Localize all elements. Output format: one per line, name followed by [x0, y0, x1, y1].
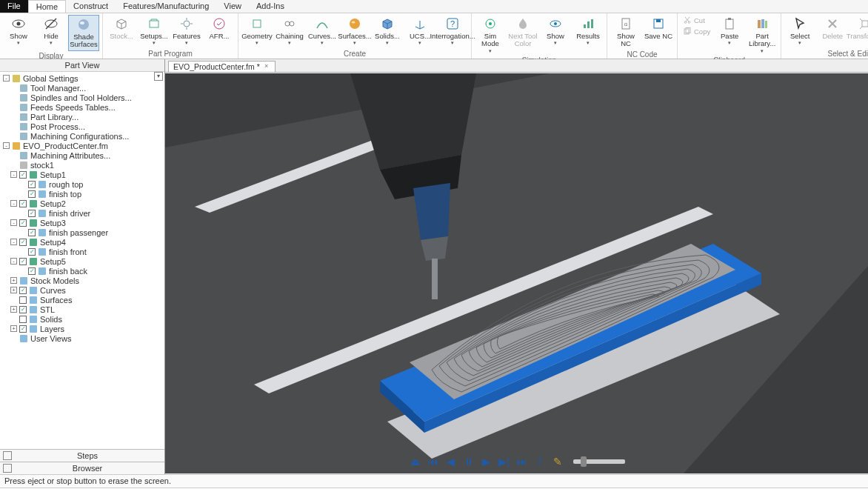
- tree-node-setup5[interactable]: -✓Setup5: [3, 256, 163, 266]
- tree-node-curve[interactable]: +✓Curves: [3, 285, 163, 295]
- checkbox[interactable]: ✓: [19, 325, 27, 333]
- checkbox[interactable]: ✓: [19, 306, 27, 313]
- menu-tab-home[interactable]: Home: [28, 0, 66, 13]
- tree-node-mc[interactable]: Machining Configurations...: [3, 131, 163, 141]
- steps-panel-header[interactable]: Steps: [0, 449, 164, 462]
- show-sim-button[interactable]: Show▾: [540, 15, 571, 47]
- menu-tab-features[interactable]: Features/Manufacturing: [116, 0, 216, 13]
- expand-icon[interactable]: -: [10, 200, 17, 207]
- tree-node-op[interactable]: ✓finish back: [3, 266, 163, 276]
- features-button[interactable]: Features▾: [171, 15, 202, 47]
- tree-node-setup2[interactable]: -✓Setup2: [3, 199, 163, 208]
- tree-node-setup1[interactable]: -✓Setup1: [3, 170, 163, 179]
- checkbox[interactable]: ✓: [28, 248, 36, 256]
- expand-icon[interactable]: +: [10, 306, 17, 313]
- tree-node-document[interactable]: -EVO_ProductCenter.fm: [3, 141, 163, 150]
- tree-node-solid[interactable]: Solids: [3, 314, 163, 324]
- afr-button[interactable]: AFR...: [204, 15, 235, 41]
- checkbox[interactable]: ✓: [28, 210, 36, 217]
- slider-thumb[interactable]: [581, 456, 587, 467]
- show-button[interactable]: Show▾: [3, 15, 34, 47]
- speed-slider[interactable]: [573, 459, 625, 464]
- browser-panel-header[interactable]: Browser: [0, 462, 164, 474]
- tree-node-op[interactable]: ✓finish driver: [3, 208, 163, 218]
- tree-node-setup3[interactable]: -✓Setup3: [3, 218, 163, 227]
- results-button[interactable]: Results▾: [572, 15, 604, 47]
- pin-icon[interactable]: ▾: [154, 72, 163, 81]
- expand-icon[interactable]: -: [10, 219, 17, 226]
- tree-node-stl[interactable]: +✓STL: [3, 305, 163, 314]
- tree-node-op[interactable]: ✓finish passenger: [3, 227, 163, 237]
- skip-next-button[interactable]: ⏭: [515, 455, 529, 468]
- expand-icon[interactable]: +: [10, 277, 17, 284]
- document-tab[interactable]: EVO_ProductCenter.fm * ×: [168, 61, 276, 72]
- select-button[interactable]: Select▾: [784, 15, 815, 47]
- checkbox[interactable]: ✓: [19, 219, 27, 227]
- expand-icon[interactable]: -: [10, 239, 17, 245]
- expand-icon[interactable]: -: [10, 171, 17, 178]
- step-prev-button[interactable]: ◀: [444, 455, 458, 468]
- tree-node-view[interactable]: User Views: [3, 333, 163, 343]
- skip-prev-button[interactable]: ⏮: [427, 455, 440, 468]
- viewport-3d[interactable]: TOOLBOX: [165, 73, 868, 474]
- tree-node-stock[interactable]: stock1: [3, 160, 163, 170]
- pause-button[interactable]: ⏸: [462, 455, 475, 468]
- checkbox[interactable]: ✓: [19, 239, 27, 246]
- tree-node-tool[interactable]: Tool Manager...: [3, 83, 163, 93]
- tree-node-op[interactable]: ✓finish front: [3, 247, 163, 256]
- eject-button[interactable]: ⏏: [409, 455, 422, 468]
- paste-button[interactable]: Paste▾: [714, 15, 745, 47]
- sim-mode-button[interactable]: Sim Mode▾: [475, 15, 506, 56]
- expand-icon[interactable]: +: [10, 287, 17, 293]
- speed-button[interactable]: ⤴: [533, 455, 547, 468]
- expand-icon[interactable]: -: [3, 75, 10, 82]
- expand-icon[interactable]: -: [3, 142, 10, 149]
- checkbox[interactable]: ✓: [19, 171, 27, 179]
- menu-tab-view[interactable]: View: [216, 0, 249, 13]
- menu-file[interactable]: File: [0, 0, 28, 13]
- tree-node-table[interactable]: Feeds Speeds Tables...: [3, 102, 163, 112]
- checkbox[interactable]: [19, 316, 27, 323]
- tree-node-spindle[interactable]: Spindles and Tool Holders...: [3, 93, 163, 102]
- checkbox[interactable]: ✓: [28, 229, 36, 236]
- checkbox[interactable]: ✓: [28, 267, 36, 275]
- checkbox[interactable]: ✓: [28, 190, 36, 198]
- tree-node-setup4[interactable]: -✓Setup4: [3, 237, 163, 247]
- interrogation-button[interactable]: ?Interrogation...▾: [437, 15, 468, 47]
- step-next-button[interactable]: ▶|: [498, 455, 511, 468]
- tree-node-lib[interactable]: Part Library...: [3, 112, 163, 122]
- chaining-button[interactable]: Chaining▾: [274, 15, 305, 47]
- setups-button[interactable]: Setups...▾: [138, 15, 170, 47]
- solids-button[interactable]: Solids...▾: [372, 15, 403, 47]
- play-button[interactable]: ▶: [480, 455, 493, 468]
- part-library-button[interactable]: Part Library...▾: [747, 15, 778, 56]
- tree-node-stockm[interactable]: +Stock Models: [3, 276, 163, 285]
- hide-button[interactable]: Hide▾: [36, 15, 67, 47]
- checkbox[interactable]: ✓: [19, 287, 27, 294]
- tree-node-global-settings[interactable]: -Global Settings: [3, 73, 163, 83]
- tree-node-op[interactable]: ✓finish top: [3, 189, 163, 199]
- tree-node-surf[interactable]: Surfaces: [3, 295, 163, 305]
- checkbox[interactable]: ✓: [28, 181, 36, 188]
- tree-node-machattr[interactable]: Machining Attributes...: [3, 150, 163, 160]
- expand-icon[interactable]: -: [10, 258, 17, 265]
- tree-node-post[interactable]: Post Process...: [3, 122, 163, 131]
- menu-tab-addins[interactable]: Add-Ins: [249, 0, 292, 13]
- tree-node-op[interactable]: ✓rough top: [3, 179, 163, 189]
- ribbon-btn-label: Curves...: [308, 33, 336, 40]
- close-icon[interactable]: ×: [263, 63, 270, 70]
- checkbox[interactable]: [19, 296, 27, 304]
- curves-button[interactable]: Curves...▾: [307, 15, 338, 47]
- part-tree[interactable]: ▾ -Global SettingsTool Manager...Spindle…: [0, 72, 164, 449]
- show-nc-button[interactable]: GShow NC: [610, 15, 641, 50]
- tree-node-layers[interactable]: +✓Layers: [3, 324, 163, 333]
- pencil-icon[interactable]: ✎: [551, 455, 564, 468]
- menu-tab-construct[interactable]: Construct: [66, 0, 116, 13]
- checkbox[interactable]: ✓: [19, 258, 27, 265]
- save-nc-button[interactable]: Save NC: [643, 15, 674, 41]
- surfaces-button[interactable]: Surfaces...▾: [339, 15, 370, 47]
- shade-surfaces-button[interactable]: Shade Surfaces: [68, 15, 99, 51]
- expand-icon[interactable]: +: [10, 325, 17, 332]
- checkbox[interactable]: ✓: [19, 200, 27, 207]
- geometry-button[interactable]: Geometry▾: [241, 15, 273, 47]
